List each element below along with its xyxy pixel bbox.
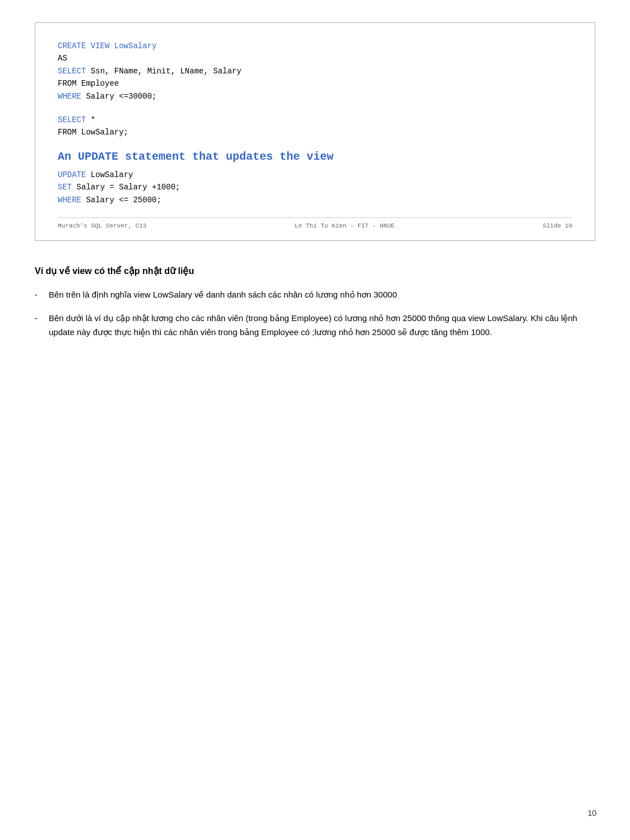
bullet-dash-1: -: [35, 287, 46, 302]
bullet-text-2: Bên dưới là ví dụ cập nhật lương cho các…: [49, 311, 595, 340]
update-line-1: UPDATE LowSalary: [58, 169, 572, 181]
kw-as: AS: [58, 54, 67, 63]
bullet-dash-2: -: [35, 311, 46, 326]
select-line-2: FROM LowSalary;: [58, 126, 572, 138]
kw-from: FROM Employee: [58, 79, 119, 88]
update-table: LowSalary: [86, 170, 133, 179]
code-line-5: WHERE Salary <=30000;: [58, 90, 572, 103]
slide-container: CREATE VIEW LowSalary AS SELECT Ssn, FNa…: [35, 22, 595, 340]
where-clause: Salary <=30000;: [81, 92, 156, 101]
update-line-3: WHERE Salary <= 25000;: [58, 194, 572, 206]
slide-footer: Murach's SQL Server, C13 Le Thi Tu Kien …: [58, 217, 572, 229]
kw-select: SELECT: [58, 67, 86, 76]
select-block: SELECT * FROM LowSalary;: [58, 114, 572, 139]
where-clause2: Salary <= 25000;: [81, 196, 161, 205]
select-cols: Ssn, FName, Minit, LName, Salary: [86, 67, 241, 76]
kw-create: CREATE VIEW LowSalary: [58, 41, 156, 50]
kw-set: SET: [58, 183, 72, 192]
from-lowsalary: FROM LowSalary;: [58, 128, 128, 137]
code-box: CREATE VIEW LowSalary AS SELECT Ssn, FNa…: [35, 22, 595, 241]
footer-center: Le Thi Tu Kien – FIT - HNUE: [295, 222, 395, 229]
select-star: *: [86, 115, 95, 124]
bullet-text-1: Bên trên là định nghĩa view LowSalary về…: [49, 287, 595, 302]
page-number: 10: [587, 809, 596, 818]
update-heading: An UPDATE statement that updates the vie…: [58, 150, 572, 163]
update-block: UPDATE LowSalary SET Salary = Salary +10…: [58, 169, 572, 206]
bullet-item-1: - Bên trên là định nghĩa view LowSalary …: [35, 287, 595, 302]
code-line-1: CREATE VIEW LowSalary: [58, 40, 572, 52]
kw-update: UPDATE: [58, 170, 86, 179]
footer-left: Murach's SQL Server, C13: [58, 222, 146, 229]
set-clause: Salary = Salary +1000;: [72, 183, 180, 192]
code-line-4: FROM Employee: [58, 77, 572, 90]
footer-right: Slide 10: [543, 222, 572, 229]
code-line-2: AS: [58, 52, 572, 64]
update-line-2: SET Salary = Salary +1000;: [58, 181, 572, 193]
kw-where2: WHERE: [58, 196, 81, 205]
create-view-block: CREATE VIEW LowSalary AS SELECT Ssn, FNa…: [58, 40, 572, 103]
code-line-3: SELECT Ssn, FName, Minit, LName, Salary: [58, 65, 572, 77]
select-line-1: SELECT *: [58, 114, 572, 126]
kw-select2: SELECT: [58, 115, 86, 124]
content-section: Ví dụ về view có thể cập nhật dữ liệu - …: [35, 263, 595, 340]
bullet-item-2: - Bên dưới là ví dụ cập nhật lương cho c…: [35, 311, 595, 340]
kw-where: WHERE: [58, 92, 81, 101]
content-title: Ví dụ về view có thể cập nhật dữ liệu: [35, 263, 595, 279]
